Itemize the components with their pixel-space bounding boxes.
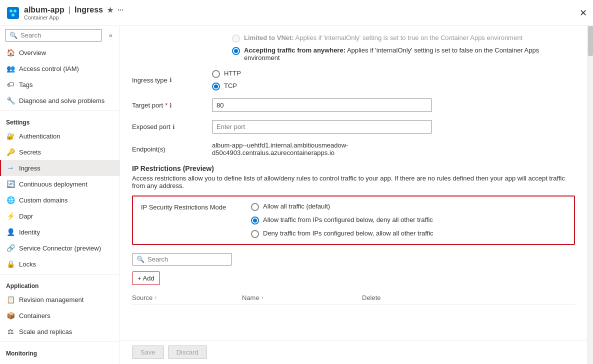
sidebar-item-dapr[interactable]: ⚡ Dapr (0, 208, 120, 224)
sidebar-item-label: Service Connector (preview) (19, 244, 101, 252)
accepting-traffic-option[interactable]: Accepting traffic from anywhere: Applies… (232, 46, 575, 62)
save-button[interactable]: Save (132, 346, 164, 359)
sidebar-item-authentication[interactable]: 🔐 Authentication (0, 128, 120, 144)
exposed-port-input[interactable] (212, 120, 432, 134)
name-sort-icon[interactable]: ↑ (262, 295, 264, 300)
http-radio[interactable] (212, 70, 220, 78)
limited-vnet-label: Limited to VNet: Applies if 'internalOnl… (244, 34, 522, 42)
sidebar-item-diagnose[interactable]: 🔧 Diagnose and solve problems (0, 92, 120, 108)
ingress-type-label: Ingress type ℹ (132, 76, 212, 84)
sidebar-item-identity[interactable]: 👤 Identity (0, 224, 120, 240)
sidebar-item-access-control[interactable]: 👥 Access control (IAM) (0, 60, 120, 76)
sidebar-search-input[interactable] (20, 32, 98, 39)
traffic-radio-group: Limited to VNet: Applies if 'internalOnl… (132, 34, 575, 62)
close-button[interactable]: ✕ (580, 8, 587, 18)
ingress-type-info-icon[interactable]: ℹ (170, 76, 172, 84)
locks-icon: 🔒 (6, 260, 15, 268)
ip-restrictions-title: IP Restrictions (Preview) (132, 164, 575, 172)
sidebar-item-custom-domains[interactable]: 🌐 Custom domains (0, 192, 120, 208)
svg-point-2 (14, 10, 16, 12)
ip-restrictions-mode-row: IP Security Restrictions Mode Allow all … (141, 202, 566, 238)
allow-all-option[interactable]: Allow all traffic (default) (251, 202, 434, 211)
limited-vnet-option[interactable]: Limited to VNet: Applies if 'internalOnl… (232, 34, 575, 42)
sidebar-item-service-connector[interactable]: 🔗 Service Connector (preview) (0, 240, 120, 256)
discard-button[interactable]: Discard (168, 346, 207, 359)
title-text: album-app | Ingress ★ ··· Container App (24, 6, 580, 20)
sidebar-search-box[interactable]: 🔍 (5, 29, 102, 42)
sidebar-item-revision-management[interactable]: 📋 Revision management (0, 292, 120, 308)
sidebar-item-label: Overview (19, 49, 46, 56)
service-connector-icon: 🔗 (6, 244, 15, 252)
exposed-port-label: Exposed port ℹ (132, 123, 212, 130)
sidebar-nav: 🏠 Overview 👥 Access control (IAM) 🏷 Tags… (0, 44, 120, 364)
right-scrollbar[interactable] (587, 26, 593, 364)
sidebar-collapse-button[interactable]: « (107, 30, 114, 41)
more-icon[interactable]: ··· (118, 6, 124, 14)
application-header: Application (0, 276, 120, 292)
limited-vnet-radio[interactable] (232, 34, 240, 42)
sidebar-item-locks[interactable]: 🔒 Locks (0, 256, 120, 272)
sidebar-item-scale-replicas[interactable]: ⚖ Scale and replicas (0, 324, 120, 340)
nav-divider-2 (0, 274, 120, 274)
ip-restrictions-desc: Access restrictions allow you to define … (132, 174, 575, 190)
ip-restrictions-box: IP Security Restrictions Mode Allow all … (132, 196, 575, 245)
sidebar-item-overview[interactable]: 🏠 Overview (0, 44, 120, 60)
containers-icon: 📦 (6, 311, 15, 320)
ingress-type-control: HTTP TCP (212, 70, 575, 90)
exposed-port-info-icon[interactable]: ℹ (172, 124, 175, 130)
table-col-source[interactable]: Source ↑ (132, 294, 242, 302)
tags-icon: 🏷 (6, 80, 15, 89)
table-header: Source ↑ Name ↑ Delete (132, 291, 575, 305)
svg-point-3 (12, 14, 14, 16)
accepting-traffic-radio[interactable] (232, 47, 240, 55)
target-port-info-icon[interactable]: ℹ (170, 102, 172, 109)
scrollbar-thumb[interactable] (588, 26, 593, 56)
dapr-icon: ⚡ (6, 212, 15, 220)
revision-management-icon: 📋 (6, 295, 15, 304)
source-sort-icon[interactable]: ↑ (154, 295, 157, 300)
sidebar-item-continuous-deployment[interactable]: 🔄 Continuous deployment (0, 176, 120, 192)
sidebar-item-label: Ingress (19, 164, 40, 172)
sidebar-item-tags[interactable]: 🏷 Tags (0, 76, 120, 92)
ingress-icon: → (6, 164, 15, 172)
scrollbar-track (588, 26, 593, 364)
allow-from-ips-option[interactable]: Allow traffic from IPs configured below,… (251, 216, 434, 224)
exposed-port-row: Exposed port ℹ (132, 120, 575, 134)
sidebar-item-ingress[interactable]: → Ingress (0, 160, 120, 176)
endpoints-value: album-app--uehtfd1.internal.ambitiousmea… (212, 142, 575, 156)
identity-icon: 👤 (6, 228, 15, 236)
http-option[interactable]: HTTP (212, 70, 575, 78)
sidebar-item-label: Continuous deployment (19, 180, 88, 188)
allow-from-ips-radio[interactable] (251, 216, 259, 224)
ip-search-input[interactable] (148, 256, 228, 263)
ip-search-icon: 🔍 (136, 256, 144, 263)
endpoint-line2: d50c4903.centralus.azurecontainerapps.io (212, 149, 575, 156)
add-button[interactable]: + Add (132, 272, 160, 285)
accepting-traffic-label: Accepting traffic from anywhere: Applies… (244, 46, 575, 62)
sidebar-item-containers[interactable]: 📦 Containers (0, 308, 120, 324)
allow-all-radio[interactable] (251, 203, 259, 211)
sidebar-item-label: Authentication (19, 132, 60, 140)
sidebar-item-label: Diagnose and solve problems (19, 97, 104, 104)
source-col-label: Source (132, 294, 152, 302)
tcp-option[interactable]: TCP (212, 82, 575, 90)
star-icon[interactable]: ★ (107, 6, 114, 14)
title-bar: album-app | Ingress ★ ··· Container App … (0, 0, 593, 26)
deny-from-ips-label: Deny traffic from IPs configured below, … (263, 230, 434, 237)
main-layout: 🔍 « 🏠 Overview 👥 Access control (IAM) 🏷 … (0, 26, 593, 364)
ip-search-bar[interactable]: 🔍 (132, 253, 232, 266)
ip-restrictions-section: IP Restrictions (Preview) Access restric… (132, 164, 575, 245)
nav-divider-1 (0, 110, 120, 111)
tcp-radio[interactable] (212, 82, 220, 90)
target-port-input[interactable] (212, 98, 432, 112)
ip-restrictions-options: Allow all traffic (default) Allow traffi… (251, 202, 434, 238)
deny-from-ips-radio[interactable] (251, 230, 259, 238)
sidebar-item-secrets[interactable]: 🔑 Secrets (0, 144, 120, 160)
endpoints-label: Endpoint(s) (132, 146, 212, 153)
table-col-name[interactable]: Name ↑ (242, 294, 362, 302)
page-name: Ingress (74, 6, 103, 14)
deny-from-ips-option[interactable]: Deny traffic from IPs configured below, … (251, 230, 434, 238)
sidebar: 🔍 « 🏠 Overview 👥 Access control (IAM) 🏷 … (0, 26, 120, 364)
sidebar-item-label: Dapr (19, 212, 33, 220)
app-name: album-app (24, 6, 64, 14)
